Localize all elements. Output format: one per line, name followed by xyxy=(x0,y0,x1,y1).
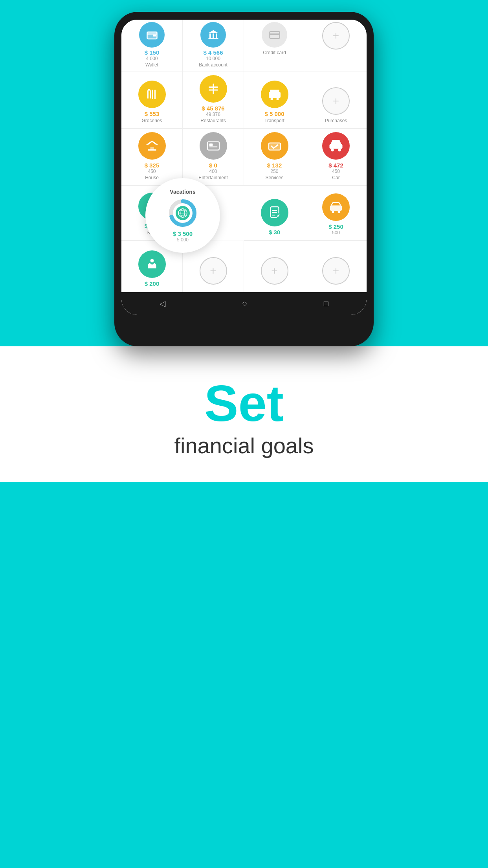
grid-cell-car2[interactable]: $ 250 500 xyxy=(305,186,367,241)
svg-rect-14 xyxy=(270,90,279,92)
row4: $ 150 Kids $ 30 xyxy=(121,186,367,241)
svg-point-26 xyxy=(338,149,341,152)
grid-cell-add-top[interactable]: + xyxy=(305,20,367,72)
grid-cell-restaurants[interactable]: $ 45 876 49 376 Restaurants xyxy=(183,72,244,129)
phone-screen: $ 150 4 000 Wallet $ 4 566 10 000 Bank a… xyxy=(121,20,367,315)
transport-icon xyxy=(261,81,288,108)
restaurants-icon xyxy=(200,75,227,103)
bank-sub: 10 000 xyxy=(206,56,220,61)
vacations-amount: $ 3 500 xyxy=(173,230,193,237)
car2-sub: 500 xyxy=(332,230,340,235)
grid-cell-wallet[interactable]: $ 150 4 000 Wallet xyxy=(121,20,183,72)
nav-bar: ◁ ○ □ xyxy=(121,292,367,315)
svg-rect-18 xyxy=(150,147,154,151)
svg-rect-3 xyxy=(209,33,211,38)
restaurants-label: Restaurants xyxy=(200,118,226,123)
grid-cell-transport[interactable]: $ 5 000 Transport xyxy=(244,72,305,129)
restaurants-sub: 49 376 xyxy=(206,112,220,117)
svg-rect-20 xyxy=(209,143,213,146)
groceries-amount: $ 553 xyxy=(145,110,160,117)
vacations-popup[interactable]: Vacations $ 3 xyxy=(145,178,220,253)
add-icon-r5-3: + xyxy=(322,257,350,285)
bank-label: Bank account xyxy=(199,62,227,68)
grid-cell-doc[interactable]: $ 30 xyxy=(244,186,305,241)
house-sub: 450 xyxy=(148,169,156,174)
add-icon-row2: + xyxy=(322,87,350,115)
svg-rect-24 xyxy=(330,144,343,149)
grid-cell-groceries[interactable]: $ 553 Groceries xyxy=(121,72,183,129)
car-label: Car xyxy=(332,175,339,180)
groceries-icon xyxy=(138,81,166,108)
creditcard-label: Credit card xyxy=(263,50,286,55)
app-container: $ 150 4 000 Wallet $ 4 566 10 000 Bank a… xyxy=(0,0,488,482)
top-row: $ 150 4 000 Wallet $ 4 566 10 000 Bank a… xyxy=(121,20,367,72)
grid-cell-entertainment[interactable]: $ 0 400 Entertainment xyxy=(183,129,244,186)
car-sub: 450 xyxy=(332,169,340,174)
house-label: House xyxy=(145,175,159,180)
add-icon-top: + xyxy=(322,22,350,50)
bank-icon xyxy=(200,22,226,48)
entertainment-icon xyxy=(200,132,227,160)
row5: $ 200 + + + xyxy=(121,241,367,292)
svg-rect-13 xyxy=(213,84,214,94)
bank-amount: $ 4 566 xyxy=(203,49,223,56)
svg-rect-29 xyxy=(330,206,342,211)
square-button[interactable]: □ xyxy=(324,299,328,308)
svg-rect-6 xyxy=(208,38,218,39)
svg-rect-15 xyxy=(269,92,281,98)
add-icon-r5-2: + xyxy=(261,257,288,285)
svg-point-40 xyxy=(150,259,154,263)
services-amount: $ 132 xyxy=(267,162,282,169)
doc-icon xyxy=(261,199,288,226)
vacations-sub: 5 000 xyxy=(177,237,189,243)
grid-cell-creditcard[interactable]: Credit card xyxy=(244,20,305,72)
grid-cell-car[interactable]: $ 472 450 Car xyxy=(305,129,367,186)
add-icon-r5-1: + xyxy=(200,257,227,285)
vacations-label: Vacations xyxy=(170,189,195,195)
transport-label: Transport xyxy=(264,118,284,123)
row2: $ 553 Groceries $ 45 876 49 376 Restaura… xyxy=(121,72,367,129)
transport-amount: $ 5 000 xyxy=(264,110,284,117)
entertainment-sub: 400 xyxy=(209,169,217,174)
back-button[interactable]: ◁ xyxy=(160,299,165,308)
wallet-amount: $ 150 xyxy=(145,49,160,56)
svg-rect-22 xyxy=(269,143,281,150)
home-button[interactable]: ○ xyxy=(242,298,247,309)
car2-amount: $ 250 xyxy=(328,223,343,230)
groceries-label: Groceries xyxy=(141,118,162,123)
grid-cell-add-r5-3[interactable]: + xyxy=(305,241,367,292)
svg-point-16 xyxy=(270,98,273,100)
grid-cell-bank[interactable]: $ 4 566 10 000 Bank account xyxy=(183,20,244,72)
svg-rect-9 xyxy=(152,90,153,99)
services-label: Services xyxy=(265,175,283,180)
entertainment-label: Entertainment xyxy=(198,175,228,180)
svg-point-31 xyxy=(338,211,340,213)
subtitle: financial goals xyxy=(24,433,464,458)
svg-point-17 xyxy=(276,98,279,100)
kid-amount: $ 200 xyxy=(145,280,160,287)
grid-cell-purchases-add[interactable]: + Purchases xyxy=(305,72,367,129)
phone-outer: $ 150 4 000 Wallet $ 4 566 10 000 Bank a… xyxy=(114,0,374,346)
svg-rect-19 xyxy=(207,142,219,150)
svg-rect-5 xyxy=(216,33,217,38)
creditcard-icon xyxy=(262,22,287,48)
wallet-label: Wallet xyxy=(145,62,158,68)
grid-cell-services[interactable]: $ 132 250 Services xyxy=(244,129,305,186)
grid-cell-add-r5-2[interactable]: + xyxy=(244,241,305,292)
svg-point-25 xyxy=(331,149,334,152)
bottom-section: Set financial goals xyxy=(0,346,488,482)
svg-rect-21 xyxy=(209,147,217,147)
wallet-sub: 4 000 xyxy=(146,56,158,61)
row3: $ 325 450 House $ 0 400 Entertainment xyxy=(121,129,367,186)
svg-rect-10 xyxy=(154,90,156,99)
entertainment-amount: $ 0 xyxy=(209,162,217,169)
restaurants-amount: $ 45 876 xyxy=(202,105,224,112)
grid-cell-house[interactable]: $ 325 450 House xyxy=(121,129,183,186)
services-sub: 250 xyxy=(270,169,278,174)
set-heading: Set xyxy=(24,378,464,429)
vacations-donut xyxy=(167,197,198,229)
car-amount: $ 472 xyxy=(328,162,343,169)
car-icon xyxy=(322,132,350,160)
house-icon xyxy=(138,132,166,160)
purchases-label: Purchases xyxy=(325,118,347,123)
